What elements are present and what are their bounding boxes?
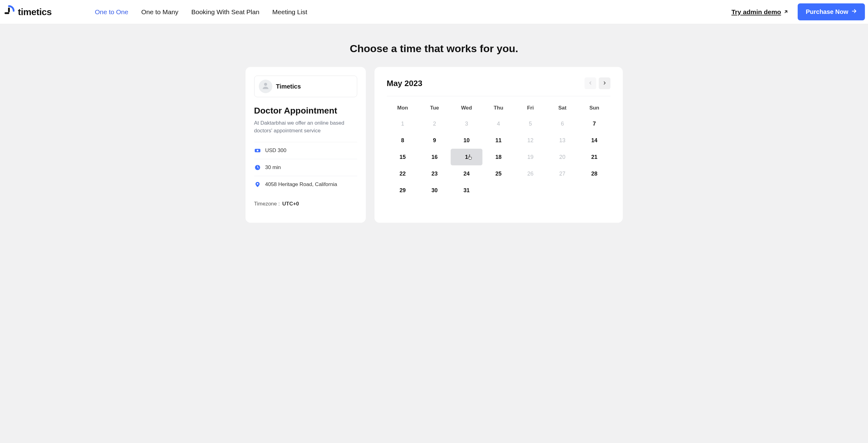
calendar-day[interactable]: 18 (483, 149, 515, 165)
avatar (259, 80, 272, 93)
calendar-day[interactable]: 10 (451, 132, 483, 149)
page-title: Choose a time that works for you. (0, 42, 868, 55)
calendar-day: 3 (451, 115, 483, 132)
duration-value: 30 min (265, 164, 281, 170)
calendar-day[interactable]: 24 (451, 165, 483, 182)
calendar-day[interactable]: 31 (451, 182, 483, 199)
calendar-dow: Thu (483, 101, 515, 115)
calendar-day[interactable]: 7 (578, 115, 611, 132)
calendar-month-label: May 2023 (387, 79, 423, 88)
timezone-value: UTC+0 (282, 201, 299, 207)
meta-duration: 30 min (254, 159, 357, 176)
nav-booking-seat-plan[interactable]: Booking With Seat Plan (191, 8, 259, 16)
calendar-nav (585, 77, 611, 89)
calendar-day: 5 (515, 115, 547, 132)
location-value: 4058 Heritage Road, California (265, 181, 337, 188)
location-pin-icon (254, 181, 261, 188)
meeting-meta-list: USD 300 30 min 4058 Heritage Road, Calif… (254, 142, 357, 193)
brand-name: timetics (18, 7, 52, 17)
pointer-cursor-icon (467, 154, 473, 161)
main-nav: One to One One to Many Booking With Seat… (95, 8, 307, 16)
calendar-day: 13 (546, 132, 578, 149)
calendar-day: 20 (546, 149, 578, 165)
meta-price: USD 300 (254, 142, 357, 159)
svg-point-0 (264, 83, 267, 86)
price-value: USD 300 (265, 148, 286, 154)
calendar-day[interactable]: 28 (578, 165, 611, 182)
calendar-day[interactable]: 16 (418, 149, 451, 165)
calendar-day[interactable]: 23 (418, 165, 451, 182)
calendar-dow: Fri (515, 101, 547, 115)
host-name: Timetics (276, 83, 301, 90)
calendar-dow: Tue (418, 101, 451, 115)
nav-one-to-many[interactable]: One to Many (141, 8, 178, 16)
calendar-day: 6 (546, 115, 578, 132)
calendar-day[interactable]: 8 (387, 132, 419, 149)
calendar-day[interactable]: 25 (483, 165, 515, 182)
purchase-label: Purchase Now (806, 8, 848, 15)
calendar-day: 12 (515, 132, 547, 149)
calendar-prev-button[interactable] (585, 77, 596, 89)
calendar-header: May 2023 (387, 77, 611, 96)
calendar-day[interactable]: 1 (451, 149, 483, 165)
calendar-day: 27 (546, 165, 578, 182)
calendar-day: 2 (418, 115, 451, 132)
calendar-dow: Mon (387, 101, 419, 115)
meeting-title: Doctor Appointment (254, 106, 357, 116)
timezone-label: Timezone : (254, 201, 280, 207)
calendar-card: May 2023 MonTueWedThuFriSatSun1234567891… (374, 67, 623, 223)
calendar-day[interactable]: 29 (387, 182, 419, 199)
arrow-right-icon (851, 8, 857, 15)
meta-location: 4058 Heritage Road, California (254, 176, 357, 193)
calendar-day[interactable]: 14 (578, 132, 611, 149)
calendar-day[interactable]: 22 (387, 165, 419, 182)
nav-right: Try admin demo Purchase Now (731, 3, 865, 20)
purchase-now-button[interactable]: Purchase Now (798, 3, 865, 20)
brand-logo[interactable]: timetics (3, 5, 52, 19)
calendar-dow: Sun (578, 101, 611, 115)
calendar-day: 4 (483, 115, 515, 132)
calendar-day: 26 (515, 165, 547, 182)
calendar-dow: Wed (451, 101, 483, 115)
calendar-day: 19 (515, 149, 547, 165)
calendar-day[interactable]: 30 (418, 182, 451, 199)
user-icon (261, 82, 270, 91)
host-box: Timetics (254, 75, 357, 97)
external-arrow-icon (783, 8, 788, 16)
calendar-day[interactable]: 11 (483, 132, 515, 149)
calendar-next-button[interactable] (599, 77, 611, 89)
calendar-day: 1 (387, 115, 419, 132)
try-admin-label: Try admin demo (731, 8, 781, 16)
calendar-dow: Sat (546, 101, 578, 115)
nav-meeting-list[interactable]: Meeting List (272, 8, 307, 16)
brand-mark-icon (3, 5, 15, 19)
chevron-right-icon (602, 81, 607, 86)
calendar-day[interactable]: 21 (578, 149, 611, 165)
calendar-grid: MonTueWedThuFriSatSun1234567891011121314… (387, 101, 611, 199)
chevron-left-icon (588, 81, 593, 86)
svg-point-2 (257, 150, 258, 152)
clock-icon (254, 164, 261, 171)
calendar-day[interactable]: 9 (418, 132, 451, 149)
meeting-card: Timetics Doctor Appointment At Daktarbha… (246, 67, 366, 223)
nav-one-to-one[interactable]: One to One (95, 8, 128, 16)
top-nav: timetics One to One One to Many Booking … (0, 0, 868, 24)
try-admin-demo-link[interactable]: Try admin demo (731, 8, 788, 16)
calendar-day[interactable]: 15 (387, 149, 419, 165)
content-wrap: Timetics Doctor Appointment At Daktarbha… (0, 67, 868, 241)
timezone-row: Timezone : UTC+0 (254, 201, 357, 207)
svg-point-4 (257, 183, 258, 185)
meeting-description: At Daktarbhai we offer an online based d… (254, 119, 357, 134)
price-icon (254, 147, 261, 154)
